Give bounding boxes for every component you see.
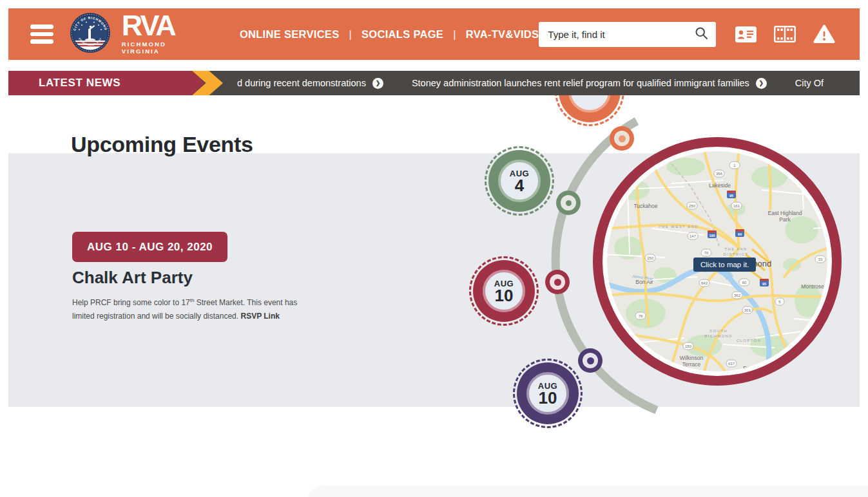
nav-separator: | (349, 28, 352, 41)
rva-logo-text: RVA (122, 14, 202, 38)
map-label: Wilkinson (680, 355, 704, 361)
timeline-badge-aug-10-purple[interactable]: AUG 10 (513, 359, 583, 428)
svg-text:95: 95 (729, 194, 733, 198)
map-label: Lakeside (709, 182, 731, 189)
svg-text:95: 95 (762, 282, 766, 286)
timeline-badge-aug-10[interactable]: AUG 10 (469, 256, 539, 326)
contact-card-icon[interactable] (735, 26, 757, 42)
event-title: Chalk Art Party (72, 268, 193, 288)
svg-text:33: 33 (818, 258, 823, 261)
news-ticker-item[interactable]: d during recent demonstrations (237, 78, 366, 88)
click-to-map-button[interactable]: Click to map it. (693, 258, 756, 272)
news-ticker-item[interactable]: Stoney administration launches rent reli… (412, 78, 749, 88)
alert-warning-icon[interactable] (813, 24, 835, 44)
search-box (539, 22, 716, 47)
latest-news-bar: d during recent demonstrations ❯ Stoney … (8, 71, 860, 95)
chevron-circle-icon: ❯ (756, 78, 767, 89)
film-video-icon[interactable] (774, 26, 796, 42)
svg-text:301: 301 (744, 308, 751, 312)
svg-text:64: 64 (738, 232, 742, 236)
svg-text:643: 643 (701, 281, 708, 285)
timeline-node-red (545, 270, 570, 294)
svg-text:60: 60 (742, 281, 747, 285)
chevron-circle-icon: ❯ (372, 78, 383, 89)
latest-news-label: LATEST NEWS (8, 71, 205, 95)
rva-logo[interactable]: RVA RICHMOND VIRGINIA (122, 14, 202, 55)
rsvp-link[interactable]: RSVP Link (240, 312, 279, 321)
map-label: THE WEST END (659, 225, 699, 229)
badge-day: 10 (495, 288, 514, 303)
header-nav: ONLINE SERVICES | SOCIALS PAGE | RVA-TV&… (240, 28, 539, 41)
map-label: RICHMOND (704, 334, 733, 338)
badge-day: 4 (515, 178, 524, 192)
search-input[interactable] (548, 29, 695, 40)
news-ticker-item[interactable]: City Of (795, 78, 824, 88)
nav-online-services[interactable]: ONLINE SERVICES (240, 28, 340, 41)
hamburger-menu-icon[interactable] (30, 24, 53, 44)
page: CITY OF RICHMOND ESTABLISHED 1737 RVA RI… (0, 0, 868, 497)
badge-day: 10 (539, 391, 557, 405)
timeline-node-purple (578, 348, 603, 373)
page-title: Upcoming Events (71, 132, 253, 157)
svg-text:362: 362 (734, 294, 741, 297)
timeline-node-green (556, 191, 581, 215)
site-header: CITY OF RICHMOND ESTABLISHED 1737 RVA RI… (8, 8, 860, 60)
svg-text:250: 250 (689, 204, 696, 208)
nav-socials-page[interactable]: SOCIALS PAGE (362, 28, 443, 41)
header-icon-group (735, 24, 835, 44)
map-label: Park (779, 216, 791, 223)
event-description: Help PRCF bring some color to 17th Stree… (72, 294, 317, 323)
timeline-badge-orange[interactable] (555, 95, 624, 126)
map-label: Tuckahoe (633, 203, 657, 209)
map-label: East Highland (768, 210, 802, 216)
map-label: Bensley (743, 365, 763, 371)
map-label: CLOPTON (737, 339, 762, 342)
svg-text:76: 76 (704, 251, 709, 255)
nav-rva-tv-vids[interactable]: RVA-TV&VIDS (466, 28, 539, 41)
map-label: Montrose (801, 283, 824, 290)
main-content: Upcoming Events AUG 10 - AUG 20, 2020 Ch… (0, 95, 868, 497)
svg-text:147: 147 (690, 234, 697, 238)
timeline-badge-aug-4[interactable]: AUG 4 (485, 146, 554, 216)
svg-text:150: 150 (647, 256, 654, 260)
event-date-badge: AUG 10 - AUG 20, 2020 (72, 232, 227, 262)
svg-text:637: 637 (728, 362, 735, 366)
map-label: DISTRICT (724, 252, 749, 256)
nav-separator: | (453, 28, 456, 41)
city-seal-logo[interactable]: CITY OF RICHMOND ESTABLISHED 1737 (70, 13, 110, 55)
svg-text:356: 356 (716, 172, 723, 176)
next-section-edge (308, 485, 868, 497)
timeline-node-orange (610, 126, 634, 151)
svg-text:195: 195 (709, 234, 715, 238)
svg-text:150: 150 (685, 344, 692, 348)
map-label: Terrace (682, 361, 701, 368)
svg-text:76: 76 (639, 314, 643, 318)
event-description-text: Help PRCF bring some color to 17 (72, 298, 190, 307)
rva-logo-tagline: RICHMOND VIRGINIA (122, 41, 202, 55)
search-icon[interactable] (695, 26, 708, 42)
svg-text:161: 161 (733, 204, 740, 208)
map-label: THE FAN (724, 247, 747, 251)
svg-text:147: 147 (617, 324, 624, 328)
map-label: SOUTH (709, 329, 728, 333)
